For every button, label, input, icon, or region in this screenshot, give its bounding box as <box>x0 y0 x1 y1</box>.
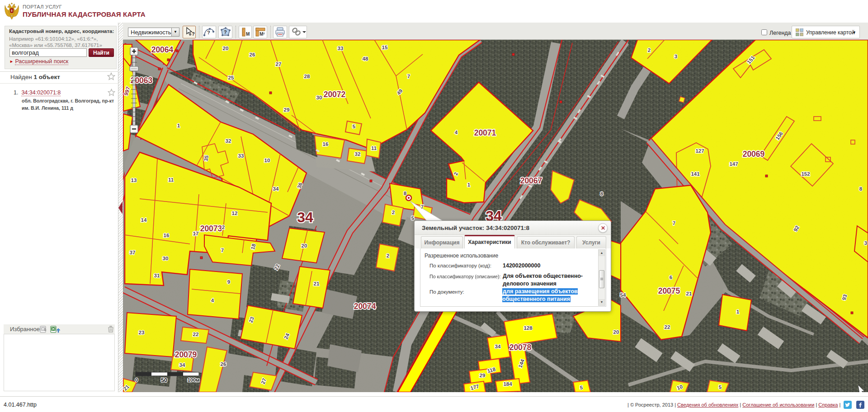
svg-text:20067: 20067 <box>520 176 542 185</box>
svg-text:5: 5 <box>411 215 415 221</box>
svg-text:?: ? <box>207 30 210 35</box>
svg-text:22: 22 <box>193 332 199 337</box>
svg-text:5: 5 <box>580 385 583 390</box>
svg-text:29: 29 <box>284 107 290 112</box>
svg-text:184: 184 <box>503 381 512 387</box>
svg-text:22: 22 <box>665 324 670 330</box>
svg-text:20079: 20079 <box>175 350 197 359</box>
svg-text:5: 5 <box>719 384 722 390</box>
svg-text:2: 2 <box>222 225 225 230</box>
svg-text:50: 50 <box>161 377 167 384</box>
svg-text:13: 13 <box>131 178 137 183</box>
svg-text:147: 147 <box>729 161 738 167</box>
svg-text:12: 12 <box>232 211 238 216</box>
svg-text:20071: 20071 <box>474 128 496 137</box>
svg-text:1: 1 <box>736 309 740 314</box>
svg-text:54: 54 <box>620 292 626 298</box>
svg-text:25: 25 <box>228 75 234 80</box>
svg-text:127: 127 <box>695 148 704 154</box>
svg-text:27: 27 <box>276 61 282 67</box>
svg-text:29: 29 <box>480 373 486 378</box>
svg-text:34: 34 <box>179 362 185 368</box>
svg-text:2: 2 <box>387 253 389 258</box>
svg-text:1: 1 <box>177 123 180 128</box>
svg-text:8: 8 <box>600 191 604 197</box>
svg-text:20072: 20072 <box>324 90 346 99</box>
svg-text:8: 8 <box>404 191 407 196</box>
svg-text:1: 1 <box>467 182 471 187</box>
svg-text:20075: 20075 <box>658 286 680 295</box>
svg-text:3: 3 <box>675 54 677 59</box>
svg-text:3: 3 <box>864 240 867 246</box>
svg-text:11: 11 <box>371 145 377 151</box>
svg-text:32: 32 <box>226 138 231 144</box>
svg-text:7: 7 <box>221 248 224 253</box>
svg-text:10: 10 <box>264 158 270 163</box>
svg-text:34: 34 <box>297 209 313 225</box>
svg-text:141: 141 <box>691 171 700 177</box>
svg-text:21: 21 <box>686 291 692 296</box>
svg-text:5: 5 <box>353 124 356 129</box>
svg-text:6: 6 <box>670 275 672 280</box>
svg-text:28: 28 <box>304 74 310 79</box>
svg-text:20073: 20073 <box>200 224 222 233</box>
svg-text:32: 32 <box>355 151 361 157</box>
svg-text:152: 152 <box>801 171 810 177</box>
svg-text:М²: М² <box>259 32 265 37</box>
svg-text:30: 30 <box>163 256 169 261</box>
svg-text:26: 26 <box>250 52 255 57</box>
svg-text:7: 7 <box>673 220 675 226</box>
svg-text:20: 20 <box>613 329 619 335</box>
svg-text:26: 26 <box>221 361 226 367</box>
svg-text:2: 2 <box>648 47 651 53</box>
svg-text:20074: 20074 <box>354 302 376 311</box>
svg-text:20: 20 <box>302 243 307 248</box>
svg-text:20078: 20078 <box>509 343 532 352</box>
svg-text:34: 34 <box>273 186 279 192</box>
svg-text:?: ? <box>192 31 195 37</box>
svg-text:100м: 100м <box>188 377 200 383</box>
svg-text:20069: 20069 <box>743 150 765 159</box>
svg-text:48: 48 <box>363 56 368 61</box>
svg-text:?: ? <box>224 29 227 35</box>
svg-text:2: 2 <box>392 210 395 215</box>
svg-text:0: 0 <box>135 377 138 383</box>
svg-text:30: 30 <box>316 95 322 100</box>
svg-text:21: 21 <box>314 281 320 286</box>
svg-text:20064: 20064 <box>151 45 174 54</box>
svg-text:15: 15 <box>382 45 388 50</box>
svg-text:34: 34 <box>495 344 501 349</box>
svg-text:33: 33 <box>238 153 244 159</box>
svg-text:7: 7 <box>421 204 424 210</box>
svg-text:8: 8 <box>859 186 863 192</box>
svg-text:4: 4 <box>211 298 214 303</box>
svg-text:М: М <box>246 32 250 37</box>
svg-text:16: 16 <box>164 233 170 238</box>
svg-text:20: 20 <box>223 46 229 51</box>
svg-text:4: 4 <box>455 130 458 135</box>
svg-text:9: 9 <box>227 279 230 285</box>
svg-text:33: 33 <box>338 46 344 51</box>
svg-text:17: 17 <box>193 231 199 236</box>
svg-text:31: 31 <box>154 273 160 278</box>
svg-text:23: 23 <box>139 330 145 335</box>
svg-text:11: 11 <box>168 177 174 183</box>
svg-text:128: 128 <box>524 325 533 331</box>
svg-text:37: 37 <box>130 250 136 255</box>
svg-text:14: 14 <box>141 217 147 223</box>
svg-text:16: 16 <box>323 141 329 147</box>
svg-text:7: 7 <box>407 74 410 79</box>
